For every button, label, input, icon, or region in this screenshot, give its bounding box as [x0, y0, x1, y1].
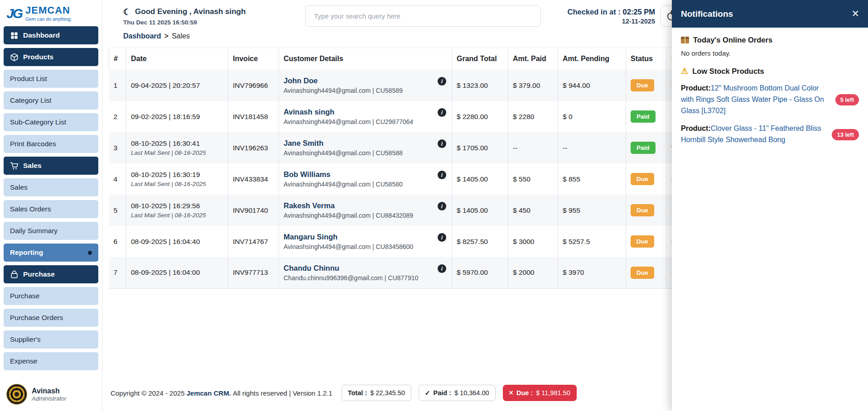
sidebar-item[interactable]: Reporting	[4, 244, 98, 262]
sidebar-item[interactable]: Products	[4, 48, 98, 66]
sidebar-item[interactable]: Purchase	[4, 265, 98, 283]
sidebar-item-label: Print Barcodes	[10, 140, 56, 148]
row-amt-paid: $ 450	[508, 195, 558, 226]
close-icon[interactable]	[852, 8, 859, 20]
sidebar-item-label: Product List	[10, 75, 47, 83]
status-badge: Paid	[631, 142, 656, 154]
info-icon[interactable]	[438, 139, 446, 148]
table-row: 6 08-09-2025 | 16:04:40 INV714767 Mangar…	[109, 226, 712, 257]
sidebar-item[interactable]: Sales Orders	[4, 200, 98, 218]
warning-icon	[681, 66, 688, 76]
product-label: Product:	[681, 84, 711, 92]
sidebar-item[interactable]: Expense	[4, 352, 98, 370]
low-stock-item[interactable]: Product:12" Mushroom Bottom Dual Color w…	[681, 83, 859, 116]
info-icon[interactable]	[438, 233, 446, 242]
online-orders-empty: No orders today.	[681, 49, 859, 57]
brand-name: JEMCAN	[25, 5, 72, 15]
customer-name[interactable]: Chandu Chinnu	[284, 264, 432, 272]
breadcrumb-dashboard[interactable]: Dashboard	[123, 32, 161, 40]
status-badge: Due	[631, 235, 654, 248]
table-row: 7 08-09-2025 | 16:04:00 INV977713 Chandu…	[109, 257, 712, 288]
sidebar-item-label: Sales	[23, 162, 42, 170]
table-row: 5 08-10-2025 | 16:29:56 Last Mail Sent |…	[109, 195, 712, 226]
notifications-header: Notifications	[672, 0, 868, 28]
customer-name[interactable]: Rakesh Verma	[284, 201, 432, 210]
row-number: 4	[109, 163, 126, 195]
row-invoice: INV796966	[228, 70, 279, 101]
table-row: 1 09-04-2025 | 20:20:57 INV796966 John D…	[109, 70, 712, 101]
info-icon[interactable]	[438, 77, 446, 86]
column-header: Date	[126, 48, 228, 70]
customer-name[interactable]: Avinash singh	[284, 108, 432, 116]
due-pill[interactable]: Due : $ 11,981.50	[503, 385, 577, 401]
sidebar-item[interactable]: Category List	[4, 91, 98, 110]
copyright-brand[interactable]: Jemcan CRM.	[187, 389, 231, 397]
paid-pill[interactable]: Paid : $ 10,364.00	[419, 385, 496, 401]
search-input[interactable]	[305, 5, 541, 27]
row-invoice: INV714767	[228, 226, 279, 257]
jemcan-logo[interactable]: JG JEMCAN Gem can do anything.	[0, 0, 102, 25]
row-date: 08-10-2025 | 16:30:41	[131, 139, 223, 148]
total-label: Total :	[348, 389, 367, 397]
info-icon[interactable]	[438, 202, 446, 210]
sidebar-item[interactable]: Daily Summary	[4, 222, 98, 240]
low-stock-item[interactable]: Product:Clover Glass - 11" Feathered Bli…	[681, 123, 859, 146]
row-last-mail: Last Mail Sent | 08-16-2025	[131, 149, 223, 156]
row-date: 08-10-2025 | 16:29:56	[131, 202, 223, 210]
check-icon	[425, 389, 430, 397]
customer-name[interactable]: Mangaru Singh	[284, 233, 432, 241]
row-number: 1	[109, 70, 126, 101]
sidebar-item-label: Purchase	[10, 292, 39, 300]
column-header: Customer Details	[279, 48, 452, 70]
info-icon[interactable]	[438, 171, 446, 179]
status-badge: Due	[631, 79, 654, 91]
sidebar-item-label: Category List	[10, 96, 51, 105]
row-number: 2	[109, 101, 126, 132]
sidebar-item[interactable]: Supplier's	[4, 330, 98, 349]
row-amt-pending: $ 855	[558, 163, 626, 195]
sidebar-item[interactable]: Dashboard	[4, 26, 98, 44]
sidebar-item[interactable]: Sub-Category List	[4, 113, 98, 131]
due-label: Due :	[516, 389, 533, 397]
low-stock-list: Product:12" Mushroom Bottom Dual Color w…	[681, 83, 859, 146]
checkin-time: 02:25 PM	[622, 8, 655, 16]
notifications-body: Today's Online Orders No orders today. L…	[672, 28, 868, 154]
status-badge: Due	[631, 267, 654, 279]
x-icon	[509, 389, 513, 397]
sidebar-item[interactable]: Purchase	[4, 287, 98, 305]
row-invoice: INV181458	[228, 101, 279, 132]
row-grand-total: $ 1705.00	[452, 132, 508, 163]
info-icon[interactable]	[438, 264, 446, 273]
online-orders-heading: Today's Online Orders	[681, 36, 859, 44]
copyright-text: Copyright ©2024 - 2025Jemcan CRM.All rig…	[111, 389, 334, 397]
customer-name[interactable]: Bob Williams	[284, 170, 432, 179]
sales-icon	[10, 162, 19, 170]
user-profile[interactable]: Avinash Administrator	[0, 379, 102, 411]
total-pill[interactable]: Total : $ 22,345.50	[342, 385, 411, 401]
info-icon[interactable]	[438, 108, 446, 117]
sidebar-item[interactable]: Print Barcodes	[4, 135, 98, 153]
row-amt-pending: $ 0	[558, 101, 626, 132]
customer-name[interactable]: John Doe	[284, 76, 432, 85]
row-invoice: INV977713	[228, 257, 279, 288]
dashboard-icon	[10, 31, 19, 40]
package-icon	[681, 37, 689, 43]
checkin-label: Checked in at :	[567, 8, 620, 16]
sidebar-item[interactable]: Sales	[4, 178, 98, 196]
avatar	[6, 384, 27, 405]
row-number: 3	[109, 132, 126, 163]
paid-value: $ 10,364.00	[454, 389, 489, 397]
column-header: #	[109, 48, 126, 70]
sidebar-item[interactable]: Sales	[4, 157, 98, 175]
row-amt-paid: $ 3000	[508, 226, 558, 257]
low-stock-heading: Low Stock Products	[681, 66, 859, 76]
low-stock-heading-text: Low Stock Products	[692, 67, 764, 76]
row-number: 6	[109, 226, 126, 257]
row-number: 5	[109, 195, 126, 226]
customer-name[interactable]: Jane Smith	[284, 139, 432, 148]
row-amt-paid: $ 379.00	[508, 70, 558, 101]
notifications-title: Notifications	[681, 9, 733, 19]
sidebar-item[interactable]: Purchase Orders	[4, 309, 98, 327]
sidebar-item-label: Sales	[10, 183, 28, 191]
sidebar-item[interactable]: Product List	[4, 70, 98, 88]
